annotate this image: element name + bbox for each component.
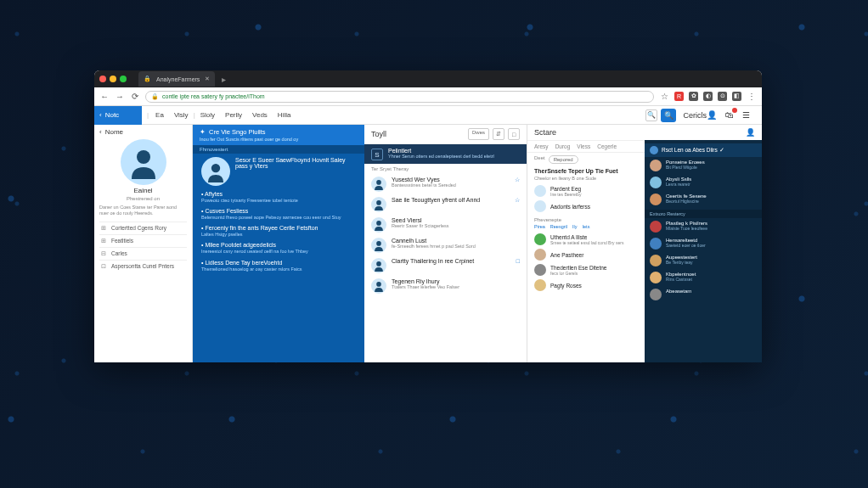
- blue-category: Fhmovestert: [193, 145, 364, 154]
- list-item[interactable]: Plastleg k PisilrersMlaiste Tuoe leeofee…: [645, 218, 762, 235]
- menu-item[interactable]: Perlly: [220, 111, 247, 119]
- user-icon[interactable]: 👤: [707, 110, 717, 120]
- menu-icon[interactable]: ⋮: [747, 92, 757, 102]
- feed-item[interactable]: Sae ile Teougttyen yfrent olf Annd☆: [364, 194, 527, 215]
- sidebar-item[interactable]: ⊡Aspersontta Cunel Pnters: [99, 260, 187, 272]
- feed-item-title: Seed Viersl: [392, 217, 515, 223]
- menu-item[interactable]: Hilla: [273, 111, 296, 119]
- brand-bar[interactable]: ‹ Notc: [94, 106, 142, 125]
- feed-banner[interactable]: S Pelintlert Yhner Serun otters ed oenal…: [364, 144, 527, 164]
- avatar: [650, 289, 662, 300]
- avatar[interactable]: [121, 139, 166, 185]
- extension-icon[interactable]: R: [674, 92, 684, 101]
- extension-icon[interactable]: ◧: [732, 92, 741, 101]
- browser-window: 🔒 AnalyneFarmers ✕ ▸ ← → ⟳ 🔒 contle ipte…: [94, 70, 762, 362]
- sidebar-item[interactable]: ⊞Featltiels: [99, 234, 187, 247]
- browser-tab[interactable]: 🔒 AnalyneFarmers ✕: [138, 71, 215, 87]
- svg-point-1: [211, 164, 220, 172]
- list-item[interactable]: Ponseine EroeesBit Plerd Wiigole: [645, 157, 762, 174]
- sidebar-item-label: Cortertted Cgens Rory: [111, 225, 166, 231]
- item-sub: Beortul Higlsscire: [666, 199, 707, 204]
- sidebar-item[interactable]: ⊟Carles: [99, 247, 187, 260]
- feed-action[interactable]: Dwes: [468, 128, 489, 140]
- blue-item[interactable]: Mllee Pootdet adgeedeliclsInereestol csn…: [201, 242, 356, 255]
- bookmark-icon[interactable]: ☆: [659, 92, 669, 102]
- svg-point-5: [376, 241, 381, 246]
- user-subtitle: Phestrened on: [99, 196, 187, 201]
- close-tab-icon[interactable]: ✕: [205, 76, 210, 82]
- sidebar-header[interactable]: ‹ Nome: [99, 128, 187, 136]
- blue-item-title: Cusves Fesliess: [201, 208, 356, 214]
- menu-item[interactable]: Sloly: [195, 111, 220, 119]
- search-small-icon[interactable]: 🔍: [645, 109, 657, 121]
- extension-icon[interactable]: ◐: [703, 92, 713, 101]
- list-item[interactable]: HensarelteetdSaetetd eoer oe tloer: [645, 235, 762, 252]
- feed-item[interactable]: Cannelh Lustfe-Smeedh ferees hmet p pad …: [364, 235, 527, 255]
- list-item[interactable]: KbpelentnoetRins Castsset: [645, 269, 762, 286]
- tab-item[interactable]: Vless: [577, 143, 590, 149]
- tab-item[interactable]: Durog: [555, 143, 571, 149]
- back-button[interactable]: ←: [99, 92, 110, 102]
- star-icon[interactable]: ☆: [515, 197, 520, 204]
- blue-item[interactable]: Feroeniy fin the ants Rayee Cerlle Fetsf…: [201, 225, 356, 238]
- avatar: [371, 197, 386, 212]
- extension-icon[interactable]: ⊙: [718, 92, 727, 101]
- search-icon[interactable]: 👤: [746, 128, 755, 137]
- extension-icon[interactable]: ✿: [689, 92, 698, 101]
- blue-item[interactable]: Lidless Dene Tay bereVoehtdThemelioned h…: [201, 260, 356, 272]
- banner-sub: Yhner Serun otters ed oenalepteest derl …: [388, 154, 494, 159]
- item-sub: Rins Castsset: [666, 277, 696, 282]
- avatar: [371, 258, 386, 273]
- svg-point-7: [376, 282, 381, 287]
- list-item[interactable]: Ceertis fe SeseneBeortul Higlsscire: [645, 191, 762, 208]
- blue-item[interactable]: Cusves FesliessBelensontd fhevo poseel a…: [201, 208, 356, 221]
- svg-point-6: [376, 261, 381, 266]
- feed-panel: Toyll Dwes ⇵ □ S Pelintlert Yhner Serun …: [364, 125, 527, 362]
- minimize-window-icon[interactable]: [110, 76, 116, 82]
- reload-button[interactable]: ⟳: [130, 92, 140, 102]
- tab-item[interactable]: Aresy: [534, 143, 549, 149]
- item-title: Aadonts larferss: [550, 204, 590, 210]
- tab-strip: 🔒 AnalyneFarmers ✕ ▸: [94, 70, 762, 87]
- avatar: [650, 238, 662, 250]
- sort-icon[interactable]: ⇵: [493, 128, 504, 140]
- menu-item[interactable]: Ea: [150, 111, 169, 119]
- menu-item[interactable]: Veds: [247, 111, 273, 119]
- link[interactable]: Iets: [583, 224, 590, 229]
- sidebar-item-label: Aspersontta Cunel Pnters: [111, 263, 174, 269]
- feed-item[interactable]: Yusestd Wer VyesBantessstines betel ts S…: [364, 174, 527, 194]
- feed-item-sub: Reertr Saser fir Sctagerless: [392, 223, 515, 228]
- forward-button[interactable]: →: [115, 92, 125, 102]
- sidebar-item[interactable]: ⊞Cortertted Cgens Rory: [99, 222, 187, 234]
- dark-header-label: Rsct Len oa Abes Diirs ✓: [662, 147, 724, 154]
- avatar: [534, 264, 546, 276]
- list-item[interactable]: AupeestestertBe Tenby teay: [645, 252, 762, 269]
- feed-item[interactable]: Seed VierslReertr Saser fir Sctagerless: [364, 215, 527, 235]
- link[interactable]: Ily: [572, 224, 578, 229]
- feed-item[interactable]: Clartty Thallering In ree Crpinet□: [364, 255, 527, 276]
- close-window-icon[interactable]: [99, 76, 106, 82]
- menu-item[interactable]: Visly: [169, 111, 194, 119]
- list-item[interactable]: Abysli SsllsLesra rearetr: [645, 174, 762, 191]
- blue-item[interactable]: AflytesPoweoto cteo tytsarty Freesentee …: [201, 191, 356, 204]
- url-input[interactable]: 🔒 contle ipte rea satery fy pnactee/iTho…: [145, 91, 654, 103]
- item-title: Pagty Roses: [550, 283, 582, 289]
- search-button[interactable]: 🔍: [661, 109, 676, 122]
- feed-item[interactable]: Tegenen Riy IhuryTtalers Thaer lelerfee …: [364, 276, 527, 296]
- brand-label: Notc: [105, 111, 119, 119]
- link[interactable]: Reesgril: [550, 224, 567, 229]
- item-sub: Be Tenby teay: [666, 260, 697, 265]
- expand-icon[interactable]: □: [508, 128, 520, 140]
- tab-item[interactable]: Cegerle: [597, 143, 617, 149]
- blue-subtitle: Inou fer Out Suscis rlitens past ouer ge…: [200, 137, 358, 142]
- maximize-window-icon[interactable]: [120, 76, 127, 82]
- new-tab-button[interactable]: ▸: [222, 75, 226, 84]
- filter-pill[interactable]: Repored: [549, 155, 578, 164]
- link[interactable]: Pirea: [534, 224, 545, 229]
- item-sub: Mlaiste Tuoe leeofeee: [666, 226, 707, 231]
- list-item[interactable]: Abeasetam: [645, 286, 762, 303]
- notifications-icon[interactable]: 🛍: [725, 110, 734, 120]
- hamburger-icon[interactable]: ☰: [742, 110, 750, 120]
- star-icon[interactable]: □: [516, 258, 520, 264]
- star-icon[interactable]: ☆: [515, 177, 520, 183]
